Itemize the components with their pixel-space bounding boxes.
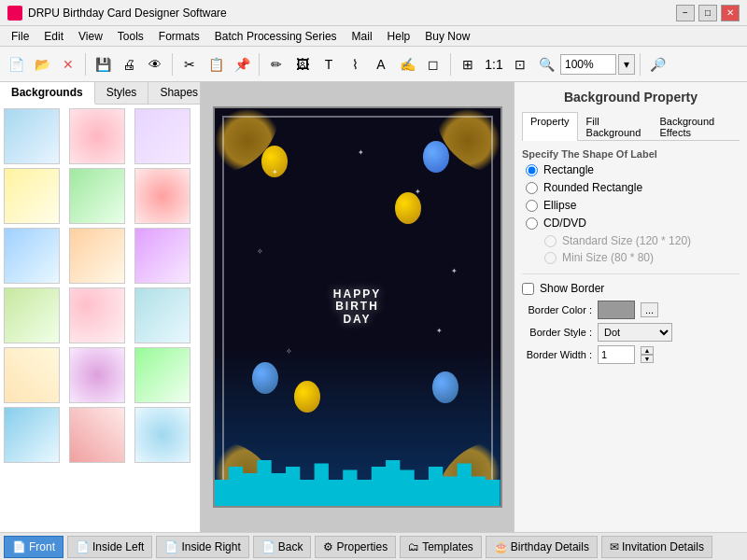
- open-button[interactable]: 📂: [30, 52, 54, 77]
- close-button[interactable]: ✕: [721, 5, 740, 21]
- menu-edit[interactable]: Edit: [36, 28, 71, 45]
- shape-ellipse-radio[interactable]: [526, 200, 538, 212]
- border-width-row: Border Width : ▲ ▼: [522, 345, 740, 364]
- shape-rectangle[interactable]: Rectangle: [526, 163, 740, 176]
- tab-invitation-details[interactable]: ✉ Invitation Details: [601, 536, 712, 558]
- menu-formats[interactable]: Formats: [151, 28, 207, 45]
- bg-thumb-15[interactable]: [134, 347, 190, 403]
- new-button[interactable]: 📄: [4, 52, 28, 77]
- show-border-checkbox[interactable]: [522, 283, 534, 295]
- tab-templates-label: Templates: [422, 540, 473, 553]
- menu-view[interactable]: View: [71, 28, 110, 45]
- print-button[interactable]: 🖨: [117, 52, 141, 77]
- bg-thumb-13[interactable]: [4, 347, 60, 403]
- tab-inside-left[interactable]: 📄 Inside Left: [67, 536, 152, 558]
- toolbar-sep5: [640, 53, 641, 76]
- bg-thumb-4[interactable]: [4, 168, 60, 224]
- zoom-text: 100%: [565, 58, 594, 71]
- bg-thumb-18[interactable]: [134, 407, 190, 463]
- border-color-button[interactable]: ...: [641, 302, 658, 317]
- border-color-swatch[interactable]: [598, 301, 635, 319]
- prop-tab-effects[interactable]: Background Effects: [652, 112, 740, 141]
- menu-batch-processing[interactable]: Batch Processing Series: [207, 28, 345, 45]
- shape-rounded-rectangle[interactable]: Rounded Rectangle: [526, 181, 740, 194]
- shape-button[interactable]: ◻: [421, 52, 445, 77]
- text-button[interactable]: T: [317, 52, 341, 77]
- image-button[interactable]: 🖼: [290, 52, 315, 77]
- maximize-button[interactable]: □: [698, 5, 717, 21]
- bg-thumb-8[interactable]: [69, 228, 125, 284]
- prop-tab-fill[interactable]: Fill Background: [578, 112, 652, 141]
- menu-help[interactable]: Help: [380, 28, 418, 45]
- close-button-tb[interactable]: ✕: [56, 52, 80, 77]
- tab-templates[interactable]: 🗂 Templates: [400, 536, 482, 558]
- tab-styles[interactable]: Styles: [95, 82, 149, 104]
- bg-thumb-11[interactable]: [69, 287, 125, 343]
- size-standard-label: Standard Size (120 * 120): [562, 234, 691, 247]
- bg-thumb-16[interactable]: [4, 407, 60, 463]
- draw-button[interactable]: ✏: [264, 52, 289, 77]
- zoomout-button[interactable]: 🔎: [645, 52, 669, 77]
- cut-button[interactable]: ✂: [177, 52, 202, 77]
- shape-cddvd[interactable]: CD/DVD: [526, 217, 740, 230]
- tab-back-icon: 📄: [261, 540, 275, 553]
- ratio-button[interactable]: 1:1: [482, 52, 506, 77]
- spinner-down[interactable]: ▼: [641, 355, 654, 363]
- tab-front[interactable]: 📄 Front: [4, 536, 63, 558]
- prop-tab-property[interactable]: Property: [522, 112, 578, 141]
- paste-button[interactable]: 📌: [230, 52, 254, 77]
- grid-button[interactable]: ⊞: [456, 52, 480, 77]
- size-standard-radio[interactable]: [544, 235, 557, 247]
- border-style-row: Border Style : Solid Dot Dash DashDot: [522, 323, 740, 342]
- tab-properties[interactable]: ⚙ Properties: [315, 536, 396, 558]
- tab-templates-icon: 🗂: [408, 540, 419, 553]
- preview-button[interactable]: 👁: [143, 52, 167, 77]
- shape-ellipse[interactable]: Ellipse: [526, 199, 740, 212]
- barcode-button[interactable]: ⌇: [343, 52, 367, 77]
- menu-tools[interactable]: Tools: [110, 28, 151, 45]
- bg-thumb-7[interactable]: [4, 228, 60, 284]
- save-button[interactable]: 💾: [91, 52, 115, 77]
- size-mini[interactable]: Mini Size (80 * 80): [544, 251, 740, 264]
- tab-birthday-details[interactable]: 🎂 Birthday Details: [486, 536, 598, 558]
- shape-rectangle-radio[interactable]: [526, 164, 538, 176]
- menu-file[interactable]: File: [4, 28, 36, 45]
- bg-thumb-17[interactable]: [69, 407, 125, 463]
- border-color-row: Border Color : ...: [522, 301, 740, 319]
- bg-thumb-6[interactable]: [134, 168, 190, 224]
- zoomin-button[interactable]: 🔍: [534, 52, 558, 77]
- bg-thumb-3[interactable]: [134, 108, 190, 164]
- border-width-input[interactable]: [598, 345, 635, 364]
- border-style-label: Border Style :: [522, 327, 592, 338]
- app-icon: [7, 6, 22, 21]
- bg-thumb-10[interactable]: [4, 287, 60, 343]
- signature-button[interactable]: ✍: [395, 52, 419, 77]
- bg-thumb-2[interactable]: [69, 108, 125, 164]
- bg-thumb-12[interactable]: [134, 287, 190, 343]
- wordart-button[interactable]: A: [369, 52, 393, 77]
- zoom-dropdown[interactable]: ▾: [618, 54, 635, 75]
- size-mini-radio[interactable]: [544, 252, 557, 264]
- bg-thumb-5[interactable]: [69, 168, 125, 224]
- menu-buy-now[interactable]: Buy Now: [417, 28, 477, 45]
- border-style-select[interactable]: Solid Dot Dash DashDot: [598, 323, 672, 342]
- tab-back[interactable]: 📄 Back: [253, 536, 312, 558]
- shape-ellipse-label: Ellipse: [543, 199, 576, 212]
- fit-button[interactable]: ⊡: [508, 52, 532, 77]
- bg-thumb-1[interactable]: [4, 108, 60, 164]
- size-standard[interactable]: Standard Size (120 * 120): [544, 234, 740, 247]
- bg-thumb-9[interactable]: [134, 228, 190, 284]
- minimize-button[interactable]: −: [676, 5, 695, 21]
- menu-mail[interactable]: Mail: [345, 28, 380, 45]
- copy-button[interactable]: 📋: [204, 52, 228, 77]
- tab-inside-right[interactable]: 📄 Inside Right: [156, 536, 248, 558]
- right-panel-title: Background Property: [522, 90, 740, 105]
- property-tabs: Property Fill Background Background Effe…: [522, 112, 740, 141]
- shape-cddvd-radio[interactable]: [526, 217, 538, 230]
- tab-backgrounds[interactable]: Backgrounds: [0, 82, 95, 105]
- cddvd-suboptions: Standard Size (120 * 120) Mini Size (80 …: [544, 234, 740, 264]
- shape-rounded-radio[interactable]: [526, 182, 538, 194]
- spinner-up[interactable]: ▲: [641, 346, 654, 355]
- bg-thumb-14[interactable]: [69, 347, 125, 403]
- card-text-line2: BIRTH: [333, 301, 381, 313]
